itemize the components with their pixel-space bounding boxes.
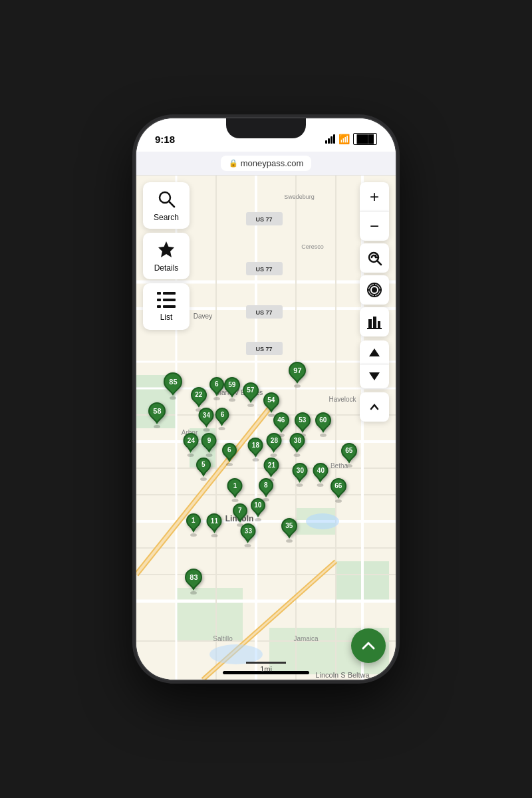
svg-rect-59 (157, 305, 161, 308)
expand-button[interactable] (360, 392, 389, 422)
map-pin[interactable]: 85 (164, 372, 182, 400)
star-icon (157, 240, 176, 261)
map-pin[interactable]: 1 (186, 513, 201, 537)
map-pin[interactable]: 83 (185, 569, 202, 595)
svg-text:US 77: US 77 (255, 216, 272, 223)
map-pin[interactable]: 6 (215, 408, 229, 430)
map-pin[interactable]: 6 (222, 443, 237, 466)
right-panel: + − (360, 182, 389, 422)
search-icon (157, 190, 176, 211)
pin-number: 21 (267, 462, 275, 469)
phone-frame: 9:18 📶 ███ 🔒 moneypass.com (136, 118, 396, 680)
list-button[interactable]: List (143, 283, 190, 330)
zoom-in-button[interactable]: + (360, 182, 389, 211)
battery-icon: ███ (353, 133, 377, 145)
map-pin[interactable]: 1 (227, 478, 243, 502)
svg-text:Davey: Davey (194, 313, 212, 320)
status-time: 9:18 (155, 134, 175, 145)
svg-line-62 (378, 261, 382, 265)
pin-number: 66 (335, 483, 342, 489)
search-label: Search (154, 213, 179, 222)
arrow-down-button[interactable] (360, 364, 389, 388)
pin-number: 46 (278, 417, 285, 424)
map-pin[interactable]: 5 (196, 458, 211, 481)
pin-number: 58 (153, 408, 161, 415)
svg-point-50 (306, 513, 339, 529)
svg-rect-5 (176, 588, 243, 641)
map-pin[interactable]: 28 (266, 433, 281, 457)
map-pin[interactable]: 18 (248, 438, 263, 462)
map-pin[interactable]: 97 (289, 362, 306, 388)
svg-point-63 (372, 288, 376, 292)
map-pin[interactable]: 66 (331, 478, 346, 503)
pin-number: 83 (190, 574, 198, 581)
pin-number: 11 (210, 517, 217, 524)
atm-filter-button[interactable] (360, 307, 389, 336)
pin-number: 28 (270, 437, 277, 444)
map-pin[interactable]: 60 (315, 412, 331, 437)
map-pin[interactable]: 57 (243, 382, 259, 407)
status-icons: 📶 ███ (325, 133, 377, 145)
arrow-up-button[interactable] (360, 340, 389, 364)
svg-rect-70 (368, 319, 372, 329)
svg-rect-71 (373, 317, 376, 329)
svg-marker-75 (369, 372, 380, 380)
pin-number: 34 (203, 412, 210, 418)
svg-text:Saltillo: Saltillo (213, 635, 233, 642)
chevron-up-icon (360, 638, 376, 654)
pin-number: 30 (296, 467, 303, 474)
refresh-search-button[interactable] (360, 243, 389, 273)
pin-number: 18 (252, 442, 259, 449)
map-pin[interactable]: 35 (281, 518, 297, 543)
map-pin[interactable]: 9 (201, 433, 217, 457)
map-pin[interactable]: 38 (289, 433, 305, 457)
svg-text:Jamaica: Jamaica (293, 635, 319, 642)
svg-text:Lincoln S Beltwa: Lincoln S Beltwa (315, 671, 370, 679)
map-pin[interactable]: 6 (209, 377, 224, 400)
scale-label: 1mi (260, 665, 272, 673)
map-pin[interactable]: 30 (292, 463, 307, 487)
svg-line-53 (169, 201, 174, 207)
list-label: List (160, 313, 173, 322)
arrow-controls (360, 340, 389, 388)
notch (226, 118, 306, 138)
svg-rect-58 (163, 299, 176, 301)
pin-number: 5 (202, 462, 206, 468)
pin-number: 40 (317, 467, 324, 474)
svg-text:Havelock: Havelock (329, 396, 356, 403)
map-pin[interactable]: 40 (313, 463, 328, 487)
pin-number: 85 (168, 378, 176, 385)
svg-marker-54 (158, 241, 174, 257)
map-pin[interactable]: 58 (148, 402, 166, 428)
lock-icon: 🔒 (229, 159, 238, 168)
map-pin[interactable]: 34 (199, 408, 214, 432)
pin-number: 65 (345, 448, 352, 454)
map-pin[interactable]: 33 (240, 523, 255, 547)
pin-number: 57 (247, 387, 254, 394)
pin-number: 10 (255, 502, 262, 509)
map-pin[interactable]: 65 (341, 443, 357, 467)
svg-marker-74 (369, 348, 380, 356)
pin-number: 33 (244, 528, 251, 535)
map-pin[interactable]: 10 (251, 498, 265, 521)
details-button[interactable]: Details (143, 233, 190, 279)
zoom-out-button[interactable]: − (360, 211, 389, 241)
svg-rect-56 (163, 292, 176, 295)
svg-text:Swedeburg: Swedeburg (284, 194, 315, 200)
pin-number: 6 (220, 411, 224, 418)
pin-number: 6 (215, 381, 219, 388)
pin-number: 1 (233, 482, 237, 489)
location-button[interactable] (360, 275, 389, 305)
pin-number: 60 (319, 417, 327, 424)
svg-rect-60 (163, 305, 176, 308)
pin-number: 8 (264, 482, 268, 489)
pin-number: 38 (293, 437, 301, 444)
map-pin[interactable]: 24 (183, 433, 198, 457)
map-pin[interactable]: 11 (207, 513, 222, 537)
pin-number: 6 (228, 447, 232, 454)
search-button[interactable]: Search (143, 182, 190, 229)
map-container[interactable]: US 77 US 77 US 77 US 77 Swedeburg Ceresc… (136, 176, 396, 680)
url-text: moneypass.com (241, 158, 304, 168)
map-pin[interactable]: 59 (224, 377, 240, 402)
scroll-to-top-fab[interactable] (351, 628, 386, 663)
